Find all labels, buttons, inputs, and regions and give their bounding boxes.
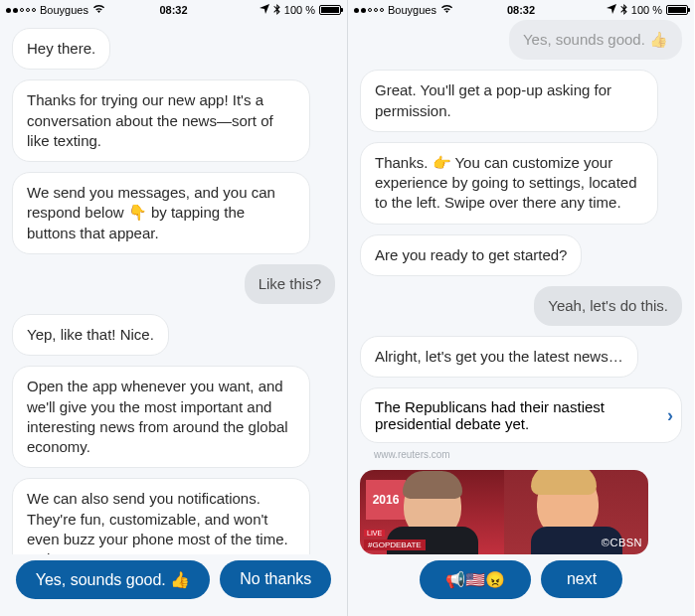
next-button[interactable]: next (541, 560, 622, 598)
phone-right: Bouygues 08:32 100 % Yes, sounds good. 👍… (347, 0, 694, 616)
msg-incoming: We send you messages, and you can respon… (12, 172, 310, 254)
battery-percent: 100 % (631, 4, 662, 16)
msg-incoming: Hey there. (12, 28, 110, 70)
media-year-badge: 2016 (366, 480, 406, 520)
phone-left: Bouygues 08:32 100 % Hey there. Thanks f… (0, 0, 347, 616)
msg-outgoing: Like this? (245, 264, 335, 304)
chat-scroll[interactable]: Hey there. Thanks for trying our new app… (0, 20, 347, 554)
msg-incoming: Open the app whenever you want, and we'l… (12, 366, 310, 468)
no-button[interactable]: No thanks (220, 560, 331, 598)
carrier-label: Bouygues (388, 4, 436, 16)
chat-scroll[interactable]: Yes, sounds good. 👍 Great. You'll get a … (348, 20, 694, 554)
status-bar: Bouygues 08:32 100 % (0, 0, 347, 20)
msg-incoming: Are you ready to get started? (360, 234, 582, 276)
source-label: www.reuters.com (360, 449, 682, 460)
bluetooth-icon (620, 4, 627, 17)
headline-link[interactable]: The Republicans had their nastiest presi… (360, 387, 682, 443)
signal-icon (354, 8, 384, 13)
media-banner: #GOPDEBATE (364, 539, 426, 550)
msg-outgoing: Yes, sounds good. 👍 (509, 20, 682, 60)
action-bar: 📢🇺🇸😠 next (348, 554, 694, 616)
network-logo: ©CBSN (602, 537, 642, 548)
action-bar: Yes, sounds good. 👍 No thanks (0, 554, 347, 616)
msg-incoming: We can also send you notifications. They… (12, 478, 310, 554)
wifi-icon (92, 4, 105, 16)
msg-incoming: Alright, let's get you the latest news… (360, 336, 638, 378)
news-image[interactable]: 2016 LIVE #GOPDEBATE ©CBSN (360, 470, 648, 554)
msg-incoming: Thanks. 👉 You can customize your experie… (360, 142, 658, 225)
live-badge: LIVE (364, 530, 385, 537)
location-icon (260, 4, 269, 16)
msg-incoming: Great. You'll get a pop-up asking for pe… (360, 70, 658, 132)
headline-text: The Republicans had their nastiest presi… (375, 398, 661, 432)
battery-icon (319, 5, 341, 15)
msg-incoming: Yep, like that! Nice. (12, 314, 169, 356)
clock: 08:32 (159, 4, 187, 16)
react-button[interactable]: 📢🇺🇸😠 (420, 560, 531, 599)
battery-icon (666, 5, 688, 15)
msg-incoming: Thanks for trying our new app! It's a co… (12, 79, 310, 162)
bluetooth-icon (273, 4, 280, 17)
signal-icon (6, 8, 36, 13)
clock: 08:32 (507, 4, 535, 16)
carrier-label: Bouygues (40, 4, 88, 16)
location-icon (607, 4, 616, 16)
status-bar: Bouygues 08:32 100 % (348, 0, 694, 20)
chevron-right-icon: › (661, 405, 673, 426)
msg-outgoing: Yeah, let's do this. (534, 286, 682, 326)
battery-percent: 100 % (284, 4, 315, 16)
yes-button[interactable]: Yes, sounds good. 👍 (16, 560, 211, 599)
wifi-icon (440, 4, 453, 16)
